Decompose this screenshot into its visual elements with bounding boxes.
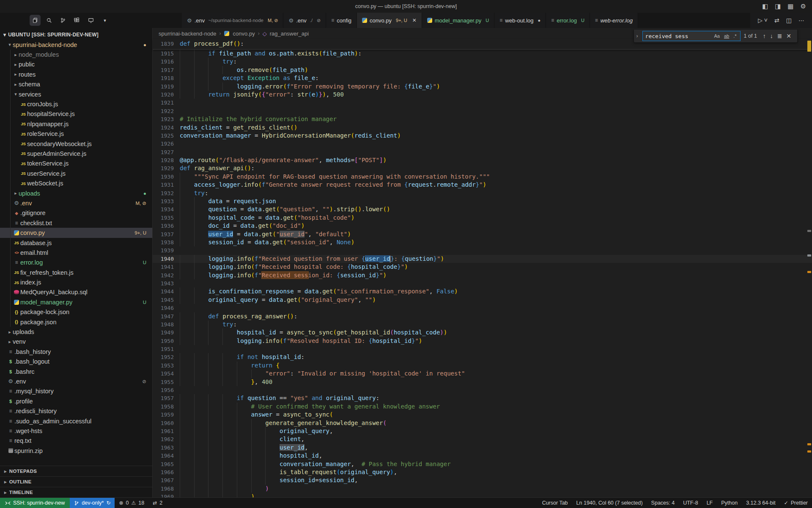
code-line-1945[interactable]: 1945 original_query = data.get("original…	[153, 296, 812, 304]
status-encoding[interactable]: UTF-8	[679, 498, 702, 508]
code-line-1955[interactable]: 1955 }, 400	[153, 378, 812, 386]
code-line-1924[interactable]: 1924redis_client = get_redis_client()	[153, 124, 812, 132]
regex-toggle[interactable]: .*	[732, 33, 737, 39]
extensions-icon[interactable]	[71, 15, 82, 26]
code-line-1915[interactable]: 1915 if file_path and os.path.exists(fil…	[153, 50, 812, 58]
match-case-toggle[interactable]: Aa	[713, 33, 721, 39]
folder-schema[interactable]: ▸schema	[0, 80, 152, 89]
folder-public[interactable]: ▸public	[0, 60, 152, 69]
file-hospitalService.js[interactable]: JShospitalService.js	[0, 109, 152, 119]
code-line-1940[interactable]: 1940 logging.info(f"Received question fr…	[153, 255, 812, 263]
file-convo.py[interactable]: convo.py9+, U	[0, 228, 152, 237]
status-git-branch[interactable]: dev-only*↻	[70, 498, 115, 508]
folder-uploads[interactable]: ▸uploads●	[0, 188, 152, 198]
code-line-1967[interactable]: 1967 session_id=session_id,	[153, 476, 812, 484]
source-control-icon[interactable]	[58, 15, 69, 26]
code-line-1944[interactable]: 1944 is_confirmation_response = data.get…	[153, 287, 812, 295]
breadcrumb-file[interactable]: convo.py	[233, 30, 255, 37]
section-timeline[interactable]: ▸TIMELINE	[0, 487, 152, 497]
find-input[interactable]: received sess Aa ab .*	[642, 31, 741, 41]
file-.gitignore[interactable]: ◆.gitignore	[0, 208, 152, 218]
code-line-1959[interactable]: 1959 answer = async_to_sync(	[153, 411, 812, 419]
file-index.js[interactable]: JSindex.js	[0, 277, 152, 287]
tab-convo.py[interactable]: convo.py9+, U✕	[357, 13, 422, 28]
toggle-sidebar[interactable]: ◧	[762, 3, 768, 10]
file-.bashrc[interactable]: $.bashrc	[0, 367, 152, 376]
code-line-1930[interactable]: 1930 """Sync API endpoint for RAG-based …	[153, 173, 812, 181]
more-actions-button[interactable]: ⋯	[798, 17, 804, 24]
settings-gear[interactable]: ⚙	[801, 3, 806, 10]
folder-spurrinai-backend-node[interactable]: ▾spurrinai-backend-node●	[0, 40, 152, 50]
code-line-1928[interactable]: 1928@app.route("/flask-api/generate-answ…	[153, 156, 812, 164]
file-error.log[interactable]: ≡error.logU	[0, 258, 152, 268]
run-dropdown-button[interactable]: ▷ ˅	[758, 17, 768, 24]
code-line-1941[interactable]: 1941 logging.info(f"Received hospital co…	[153, 263, 812, 271]
customize-layout[interactable]: ▦	[787, 3, 793, 10]
file-fix-refresh-token.js[interactable]: JSfix_refresh_token.js	[0, 268, 152, 277]
code-line-1942[interactable]: 1942 logging.info(f"Received session_id:…	[153, 271, 812, 279]
code-line-1931[interactable]: 1931 access_logger.info(f"Generate answe…	[153, 181, 812, 189]
tab-model-manager.py[interactable]: model_manager.pyU	[422, 13, 495, 28]
status-cursor-position[interactable]: Ln 1940, Col 60 (7 selected)	[572, 498, 647, 508]
file-userService.js[interactable]: JSuserService.js	[0, 168, 152, 178]
code-line-1962[interactable]: 1962 client,	[153, 435, 812, 443]
code-line-1939[interactable]: 1939	[153, 246, 812, 254]
code-line-1937[interactable]: 1937 user_id = data.get("user_id", "defa…	[153, 230, 812, 238]
status-language-mode[interactable]: Python	[717, 498, 742, 508]
code-line-1922[interactable]: 1922	[153, 107, 812, 115]
code-line-1926[interactable]: 1926	[153, 140, 812, 148]
toggle-panel[interactable]: ◨	[775, 3, 781, 10]
sticky-line[interactable]: 1839def process_pdf():	[153, 40, 244, 48]
code-line-1965[interactable]: 1965 conversation_manager, # Pass the hy…	[153, 460, 812, 468]
code-line-1963[interactable]: 1963 user_id,	[153, 444, 812, 452]
file-nlpqamapper.js[interactable]: JSnlpqamapper.js	[0, 119, 152, 129]
code-line-1953[interactable]: 1953 return {	[153, 362, 812, 370]
code-line-1969[interactable]: 1969 )	[153, 493, 812, 497]
file-.env[interactable]: ⚙.env⊘	[0, 376, 152, 386]
code-line-1921[interactable]: 1921	[153, 99, 812, 107]
previous-match-icon[interactable]: ↑	[762, 33, 769, 39]
file-.rediscli-history[interactable]: ≡.rediscli_history	[0, 406, 152, 416]
file-checklist.txt[interactable]: ≡checklist.txt	[0, 218, 152, 228]
status-remote-indicator[interactable]: SSH: spurrin-dev-new	[0, 498, 70, 508]
code-line-1943[interactable]: 1943	[153, 279, 812, 287]
whole-word-toggle[interactable]: ab	[723, 33, 730, 39]
file-webSocket.js[interactable]: JSwebSocket.js	[0, 178, 152, 188]
copy-pages-icon[interactable]	[30, 15, 41, 26]
compare-button[interactable]: ⇄	[774, 17, 779, 24]
folder-venv[interactable]: ▸venv	[0, 337, 152, 347]
breadcrumb-symbol[interactable]: rag_answer_api	[270, 30, 309, 37]
code-line-1936[interactable]: 1936 doc_id = data.get("doc_id")	[153, 222, 812, 230]
code-line-1948[interactable]: 1948 try:	[153, 320, 812, 329]
file-superAdminService.js[interactable]: JSsuperAdminService.js	[0, 149, 152, 158]
split-editor-button[interactable]: ◫	[786, 17, 792, 24]
file-MedQueryAI-backup.sql[interactable]: MedQueryAI_backup.sql	[0, 287, 152, 297]
breadcrumb-folder[interactable]: spurrinai-backend-node	[159, 30, 217, 37]
file-package.json[interactable]: {}package.json	[0, 317, 152, 327]
file-spurrin.zip[interactable]: spurrin.zip	[0, 446, 152, 456]
file-req.txt[interactable]: ≡req.txt	[0, 436, 152, 446]
section-notepads[interactable]: ▸NOTEPADS	[0, 466, 152, 476]
tab-.env[interactable]: ⚙.env~/spurrinai-backend-nodeM, ⊘	[182, 13, 283, 28]
code-line-1964[interactable]: 1964 hospital_id,	[153, 452, 812, 460]
folder-routes[interactable]: ▸routes	[0, 69, 152, 79]
file-tokenService.js[interactable]: JStokenService.js	[0, 159, 152, 168]
file-email.html[interactable]: <>email.html	[0, 248, 152, 257]
code-line-1961[interactable]: 1961 original_query,	[153, 427, 812, 435]
code-line-1957[interactable]: 1957 if question == "yes" and original_q…	[153, 394, 812, 402]
status-eol[interactable]: LF	[702, 498, 717, 508]
folder-services[interactable]: ▾services	[0, 89, 152, 99]
workspace-header[interactable]: ▾ UBUNTU [SSH: SPURRIN-DEV-NEW]	[0, 30, 152, 40]
code-line-1946[interactable]: 1946	[153, 304, 812, 312]
file-.sudo-as-admin-successful[interactable]: ≡.sudo_as_admin_successful	[0, 416, 152, 426]
status-ports[interactable]: ⇄2	[148, 498, 167, 508]
overview-ruler[interactable]	[806, 28, 812, 497]
code-line-1952[interactable]: 1952 if not hospital_id:	[153, 353, 812, 361]
code-line-1938[interactable]: 1938 session_id = data.get("session_id",…	[153, 238, 812, 246]
status-python-interpreter[interactable]: 3.12.3 64-bit	[742, 498, 780, 508]
file-cronJobs.js[interactable]: JScronJobs.js	[0, 99, 152, 109]
tab-web-out.log[interactable]: ≡web-out.log●	[494, 13, 546, 28]
status-prettier[interactable]: ✓Prettier	[780, 498, 812, 508]
code-line-1950[interactable]: 1950 logging.info(f"Resolved hospital ID…	[153, 337, 812, 345]
section-outline[interactable]: ▸OUTLINE	[0, 476, 152, 487]
